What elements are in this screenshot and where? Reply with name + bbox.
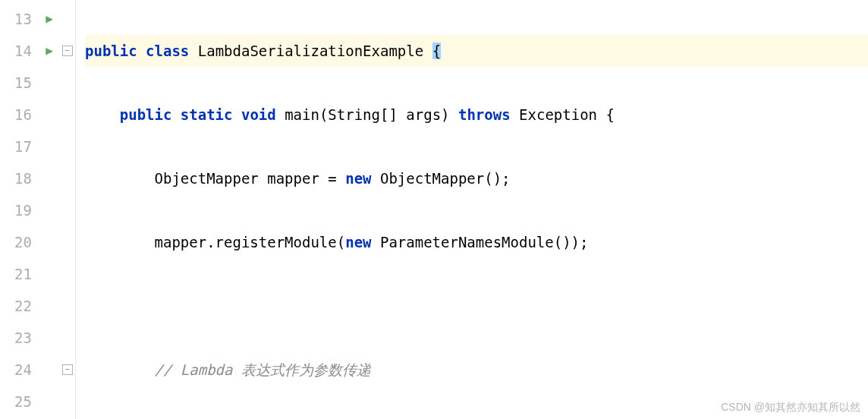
code-area[interactable]: public class LambdaSerializationExample …	[76, 0, 868, 419]
watermark: CSDN @知其然亦知其所以然	[721, 401, 860, 414]
line-number: 25	[0, 386, 32, 417]
code-line[interactable]: public static void main(String[] args) t…	[85, 99, 868, 131]
run-icon[interactable]: ▶	[46, 3, 53, 35]
line-number: 14	[0, 35, 32, 67]
fold-collapse-icon[interactable]: −	[62, 46, 73, 56]
code-line[interactable]: // Lambda 表达式作为参数传递	[85, 354, 868, 386]
folding-gutter: − −	[59, 0, 76, 419]
run-gutter: ▶ ▶	[39, 0, 59, 419]
line-number: 23	[0, 322, 32, 354]
code-line[interactable]: ObjectMapper mapper = new ObjectMapper()…	[85, 162, 868, 194]
code-editor[interactable]: 13 14 15 16 17 18 19 20 21 22 23 24 25 ▶…	[0, 0, 868, 419]
run-icon[interactable]: ▶	[46, 35, 53, 67]
line-number: 19	[0, 194, 32, 226]
code-line[interactable]: public class LambdaSerializationExample …	[85, 35, 868, 67]
code-line[interactable]: mapper.registerModule(new ParameterNames…	[85, 226, 868, 258]
line-number: 18	[0, 162, 32, 194]
line-number: 20	[0, 226, 32, 258]
line-number: 15	[0, 67, 32, 99]
line-number-gutter: 13 14 15 16 17 18 19 20 21 22 23 24 25	[0, 0, 39, 419]
code-line[interactable]	[85, 290, 868, 322]
line-number: 24	[0, 354, 32, 386]
line-number: 16	[0, 99, 32, 131]
line-number: 21	[0, 258, 32, 290]
fold-collapse-icon[interactable]: −	[62, 364, 73, 375]
line-number: 17	[0, 131, 32, 162]
line-number: 22	[0, 290, 32, 322]
line-number: 13	[0, 3, 32, 35]
